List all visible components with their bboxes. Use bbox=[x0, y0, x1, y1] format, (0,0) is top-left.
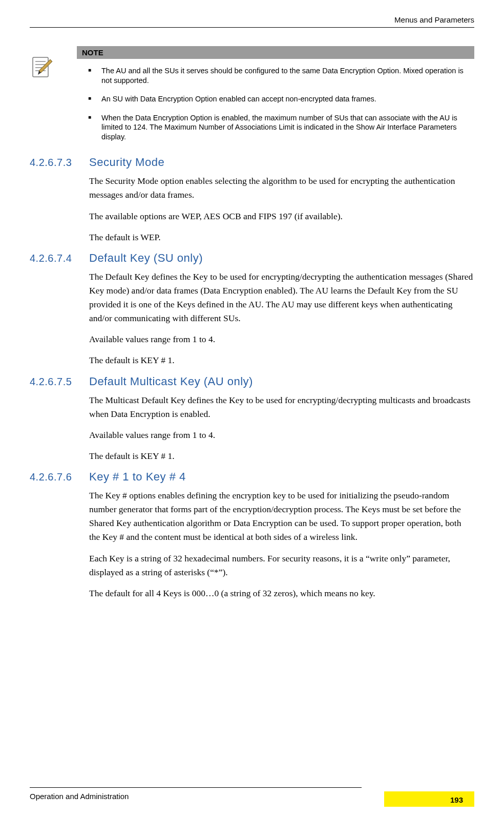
note-icon bbox=[31, 55, 54, 79]
section-body: The Default Key defines the Key to be us… bbox=[89, 270, 474, 368]
paragraph: Each Key is a string of 32 hexadecimal n… bbox=[89, 552, 474, 579]
paragraph: Available values range from 1 to 4. bbox=[89, 332, 474, 346]
paragraph: The Default Key defines the Key to be us… bbox=[89, 270, 474, 326]
paragraph: The default for all 4 Keys is 000…0 (a s… bbox=[89, 586, 474, 600]
note-item: An SU with Data Encryption Option enable… bbox=[88, 94, 470, 104]
page-number: 193 bbox=[450, 795, 463, 804]
section-title: Security Mode bbox=[89, 156, 164, 169]
header-chapter: Menus and Parameters bbox=[30, 15, 474, 24]
section-body: The Key # options enables defining the e… bbox=[89, 489, 474, 600]
paragraph: Available values range from 1 to 4. bbox=[89, 428, 474, 442]
note-body: The AU and all the SUs it serves should … bbox=[77, 59, 474, 141]
footer-rule bbox=[30, 787, 362, 788]
note-box: NOTE The AU and all the SUs it serves sh… bbox=[77, 46, 474, 141]
section-heading: 4.2.6.7.6 Key # 1 to Key # 4 bbox=[30, 470, 474, 484]
section-heading: 4.2.6.7.4 Default Key (SU only) bbox=[30, 252, 474, 265]
paragraph: The Security Mode option enables selecti… bbox=[89, 174, 474, 202]
note-item: The AU and all the SUs it serves should … bbox=[88, 66, 470, 85]
paragraph: The Multicast Default Key defines the Ke… bbox=[89, 393, 474, 421]
paragraph: The default is KEY # 1. bbox=[89, 353, 474, 367]
section-number: 4.2.6.7.4 bbox=[30, 252, 89, 265]
section-number: 4.2.6.7.6 bbox=[30, 470, 89, 484]
note-item: When the Data Encryption Option is enabl… bbox=[88, 113, 470, 142]
section-number: 4.2.6.7.5 bbox=[30, 375, 89, 388]
section-number: 4.2.6.7.3 bbox=[30, 156, 89, 169]
section-heading: 4.2.6.7.3 Security Mode bbox=[30, 156, 474, 169]
note-title: NOTE bbox=[77, 46, 474, 59]
paragraph: The default is KEY # 1. bbox=[89, 449, 474, 463]
section-body: The Security Mode option enables selecti… bbox=[89, 174, 474, 244]
section-body: The Multicast Default Key defines the Ke… bbox=[89, 393, 474, 464]
section-heading: 4.2.6.7.5 Default Multicast Key (AU only… bbox=[30, 375, 474, 388]
section-title: Key # 1 to Key # 4 bbox=[89, 470, 186, 484]
footer: Operation and Administration 193 bbox=[30, 783, 474, 801]
section-title: Default Key (SU only) bbox=[89, 252, 203, 265]
header-rule bbox=[30, 27, 474, 28]
section-title: Default Multicast Key (AU only) bbox=[89, 375, 253, 388]
paragraph: The default is WEP. bbox=[89, 231, 474, 244]
paragraph: The Key # options enables defining the e… bbox=[89, 489, 474, 544]
paragraph: The available options are WEP, AES OCB a… bbox=[89, 210, 474, 223]
